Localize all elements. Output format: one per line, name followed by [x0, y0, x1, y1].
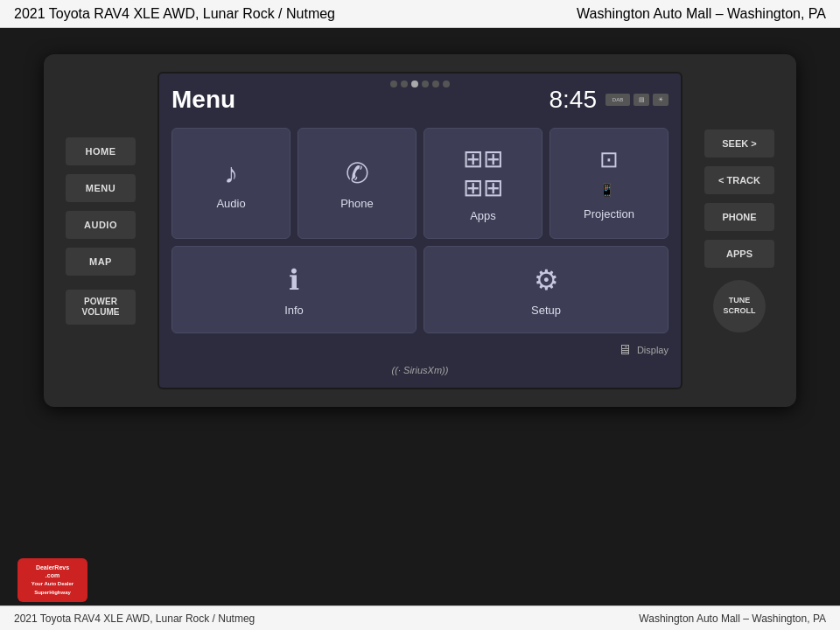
projection-icon: ⊡📱 [599, 146, 619, 200]
info-label: Info [284, 304, 304, 317]
power-volume-button[interactable]: POWERVOLUME [66, 290, 136, 325]
screen-footer: 🖥 Display [172, 342, 668, 358]
tune-scroll-button[interactable]: TUNESCROLL [713, 280, 766, 332]
dealer-title-bottom: Washington Auto Mall – Washington, PA [639, 612, 826, 625]
audio-label: Audio [216, 197, 245, 210]
photo-navigation[interactable] [390, 80, 450, 88]
home-button[interactable]: HOME [66, 137, 136, 165]
setup-label: Setup [531, 304, 561, 317]
dash-unit: HOME MENU AUDIO MAP POWERVOLUME Menu 8:4… [44, 54, 796, 407]
right-controls: SEEK > < TRACK PHONE APPS TUNESCROLL [691, 130, 788, 332]
main-content: HOME MENU AUDIO MAP POWERVOLUME Menu 8:4… [0, 28, 840, 630]
phone-menu-item[interactable]: ✆ Phone [298, 128, 416, 239]
photo-dot-5[interactable] [432, 80, 439, 88]
apps-menu-item[interactable]: ⊞⊞⊞⊞ Apps [424, 128, 542, 239]
track-button[interactable]: < TRACK [704, 166, 774, 194]
screen-header: Menu 8:45 DAB ▤ ☀ [172, 86, 668, 114]
map-button[interactable]: MAP [66, 248, 136, 276]
photo-dot-1[interactable] [390, 80, 397, 88]
signal-icon: ▤ [634, 94, 649, 106]
setup-icon: ⚙ [534, 263, 559, 297]
apps-icon: ⊞⊞⊞⊞ [463, 144, 503, 202]
infotainment-screen: Menu 8:45 DAB ▤ ☀ ♪ Audio [158, 72, 682, 389]
phone-icon: ✆ [346, 157, 369, 190]
top-bar: 2021 Toyota RAV4 XLE AWD, Lunar Rock / N… [0, 0, 840, 28]
brightness-icon: ☀ [653, 94, 668, 106]
audio-button[interactable]: AUDIO [66, 211, 136, 239]
phone-label: Phone [340, 197, 374, 210]
info-icon: ℹ [289, 263, 299, 297]
projection-menu-item[interactable]: ⊡📱 Projection [550, 128, 668, 239]
audio-icon: ♪ [224, 158, 238, 190]
apps-label: Apps [470, 209, 496, 222]
dealer-revs-text: DealerRevs.comYour Auto Dealer SuperHigh… [18, 564, 88, 597]
dealer-title-top: Washington Auto Mall – Washington, PA [577, 6, 826, 22]
photo-dot-2[interactable] [401, 80, 408, 88]
status-icons: DAB ▤ ☀ [606, 94, 668, 106]
screen-grid-top: ♪ Audio ✆ Phone ⊞⊞⊞⊞ Apps ⊡📱 Projection [172, 128, 668, 239]
display-label: Display [637, 345, 668, 355]
apps-right-button[interactable]: APPS [704, 240, 774, 268]
screen-menu-title: Menu [172, 86, 235, 114]
screen-time: 8:45 [550, 86, 598, 114]
photo-dot-4[interactable] [422, 80, 429, 88]
photo-dot-6[interactable] [443, 80, 450, 88]
screen-grid-bottom: ℹ Info ⚙ Setup [172, 246, 668, 333]
setup-menu-item[interactable]: ⚙ Setup [424, 246, 668, 333]
screen-time-area: 8:45 DAB ▤ ☀ [550, 86, 669, 114]
left-controls: HOME MENU AUDIO MAP POWERVOLUME [52, 137, 149, 325]
audio-menu-item[interactable]: ♪ Audio [172, 128, 290, 239]
photo-dot-3[interactable] [411, 80, 418, 88]
siriusxm-label: ((· SiriusXm)) [172, 365, 668, 375]
phone-right-button[interactable]: PHONE [704, 203, 774, 231]
bottom-bar: 2021 Toyota RAV4 XLE AWD, Lunar Rock / N… [0, 606, 840, 630]
car-title-bottom: 2021 Toyota RAV4 XLE AWD, Lunar Rock / N… [14, 612, 255, 625]
info-menu-item[interactable]: ℹ Info [172, 246, 416, 333]
seek-button[interactable]: SEEK > [704, 130, 774, 158]
screen-grid: ♪ Audio ✆ Phone ⊞⊞⊞⊞ Apps ⊡📱 Projection [172, 128, 668, 333]
monitor-icon: 🖥 [618, 342, 632, 358]
car-title-top: 2021 Toyota RAV4 XLE AWD, Lunar Rock / N… [14, 6, 335, 22]
projection-label: Projection [584, 207, 634, 220]
dab-icon: DAB [606, 94, 630, 106]
menu-button[interactable]: MENU [66, 174, 136, 202]
dealer-revs-logo: DealerRevs.comYour Auto Dealer SuperHigh… [18, 558, 88, 602]
